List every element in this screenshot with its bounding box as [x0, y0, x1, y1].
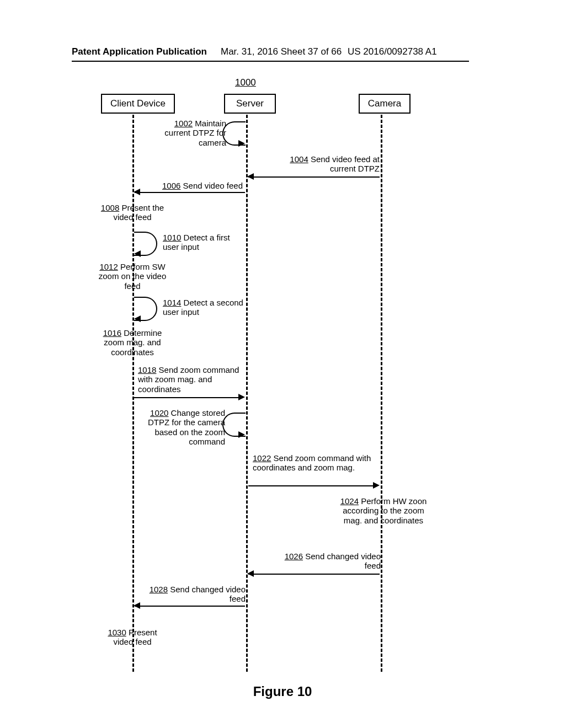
line-1006	[135, 192, 245, 193]
msg-1018: 1018 Send zoom command with zoom mag. an…	[138, 365, 246, 394]
actor-camera: Camera	[359, 94, 411, 114]
line-1004	[248, 176, 380, 178]
arrow-1020	[238, 431, 245, 438]
arrow-1010	[134, 250, 141, 257]
msg-1016: 1016 Determine zoom mag. and coordinates	[94, 328, 171, 357]
lifeline-client	[132, 115, 134, 672]
header-left: Patent Application Publication	[72, 46, 207, 57]
arrow-1028	[134, 602, 140, 609]
msg-1006: 1006 Send video feed	[154, 181, 243, 190]
msg-1020: 1020 Change stored DTPZ for the camera b…	[137, 408, 225, 446]
arrow-1018	[238, 394, 245, 400]
line-1022	[248, 485, 374, 486]
arrow-1026	[247, 570, 254, 577]
arrow-1022	[373, 482, 380, 489]
msg-1028: 1028 Send changed video feed	[143, 585, 246, 604]
lifeline-server	[246, 115, 248, 672]
header-rule	[72, 61, 469, 62]
msg-1012: 1012 Perform SW zoom on the video feed	[91, 262, 174, 291]
msg-1002: 1002 Maintain current DTPZ for camera	[154, 119, 226, 147]
figure-caption: Figure 10	[0, 684, 565, 699]
header-mid: Mar. 31, 2016 Sheet 37 of 66	[221, 46, 342, 57]
header-right: US 2016/0092738 A1	[348, 46, 437, 57]
line-1018	[134, 397, 239, 398]
arrow-1004	[247, 173, 254, 180]
msg-1010: 1010 Detect a first user input	[163, 233, 234, 252]
line-1026	[248, 574, 380, 575]
msg-1008: 1008 Present the video feed	[94, 203, 171, 222]
msg-1014: 1014 Detect a second user input	[163, 298, 246, 317]
actor-server: Server	[224, 94, 276, 114]
lifeline-camera	[381, 115, 382, 672]
msg-1026: 1026 Send changed video feed	[270, 552, 381, 571]
actor-client: Client Device	[101, 94, 175, 114]
msg-1030: 1030 Present video feed	[99, 628, 166, 647]
arrow-1006	[134, 189, 140, 195]
line-1028	[135, 606, 245, 607]
figure-number: 1000	[235, 77, 256, 88]
arrow-1014	[134, 315, 141, 322]
msg-1004: 1004 Send video feed at current DTPZ	[269, 154, 380, 174]
msg-1024: 1024 Perform HW zoon according to the zo…	[337, 496, 430, 525]
msg-1022: 1022 Send zoom command with coordinates …	[253, 453, 374, 473]
arrow-1002	[238, 140, 245, 147]
